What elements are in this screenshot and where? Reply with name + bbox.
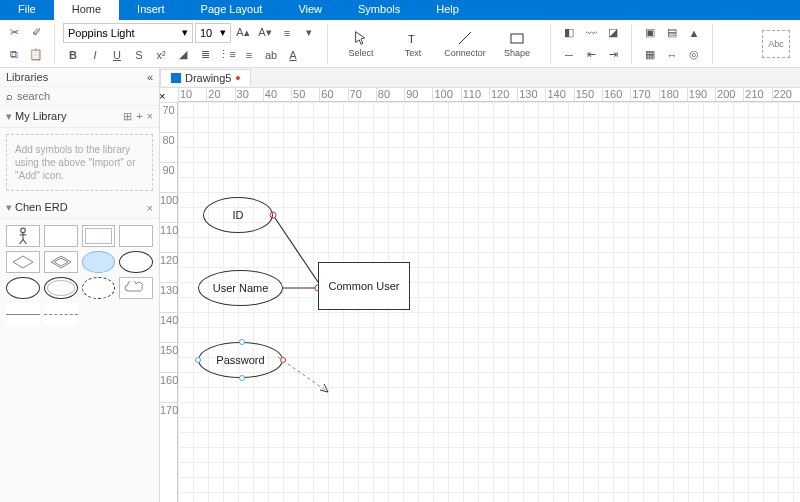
shape-key-attribute[interactable] — [6, 277, 40, 299]
font-size-select[interactable]: 10▾ — [195, 23, 231, 43]
shape-attribute[interactable] — [119, 251, 153, 273]
shape-entity[interactable] — [44, 225, 78, 247]
shape-line[interactable] — [6, 303, 40, 325]
style-preview[interactable]: Abc — [762, 30, 790, 58]
resize-handle[interactable] — [239, 339, 245, 345]
close-section-icon[interactable]: × — [147, 110, 153, 123]
line-spacing-icon[interactable]: ≡ — [239, 45, 259, 65]
library-search[interactable]: ⌕ × — [0, 87, 159, 106]
cut-icon[interactable]: ✂ — [4, 23, 24, 43]
import-icon[interactable]: ⊞ — [123, 110, 132, 123]
search-icon: ⌕ — [6, 90, 13, 102]
shape-multi-attribute[interactable] — [44, 277, 78, 299]
numbering-icon[interactable]: ⋮≡ — [217, 45, 237, 65]
node-username-label: User Name — [213, 282, 269, 294]
chen-title[interactable]: ▾ Chen ERD — [6, 201, 68, 214]
bold-icon[interactable]: B — [63, 45, 83, 65]
shape-actor[interactable] — [6, 225, 40, 247]
arrow-end-icon[interactable]: ⇥ — [603, 45, 623, 65]
ruler-vertical: 708090100110120130140150160170 — [160, 102, 178, 502]
collapse-sidebar-icon[interactable]: « — [147, 71, 153, 83]
menu-symbols[interactable]: Symbols — [340, 0, 418, 20]
menu-help[interactable]: Help — [418, 0, 477, 20]
align-dropdown-icon[interactable]: ▾ — [299, 23, 319, 43]
resize-handle[interactable] — [239, 375, 245, 381]
paste-icon[interactable]: 📋 — [26, 45, 46, 65]
mylib-title[interactable]: ▾ My Library — [6, 110, 66, 123]
tab-drawing5[interactable]: Drawing5 • — [160, 69, 251, 86]
menu-bar: File Home Insert Page Layout View Symbol… — [0, 0, 800, 20]
add-icon[interactable]: + — [136, 110, 142, 123]
svg-text:T: T — [408, 33, 415, 45]
text-tool[interactable]: T Text — [388, 27, 438, 60]
rotate-icon[interactable]: ▲ — [684, 23, 704, 43]
libraries-title: Libraries — [6, 71, 48, 83]
resize-handle[interactable] — [195, 357, 201, 363]
menu-page-layout[interactable]: Page Layout — [183, 0, 281, 20]
shape-derived-attribute[interactable] — [82, 277, 116, 299]
node-id[interactable]: ID — [203, 197, 273, 233]
highlight-icon[interactable]: ◢ — [173, 45, 193, 65]
distribute-icon[interactable]: ▦ — [640, 45, 660, 65]
chevron-down-icon: ▾ — [220, 26, 226, 39]
canvas[interactable]: ID User Name Password Common User — [178, 102, 800, 502]
align-left-icon[interactable]: ≡ — [277, 23, 297, 43]
canvas-area: Drawing5 • 10203040506070809010011012013… — [160, 68, 800, 502]
format-painter-icon[interactable]: ✐ — [26, 23, 46, 43]
shape-weak-relationship[interactable] — [44, 251, 78, 273]
dirty-indicator: • — [235, 74, 240, 82]
node-common-user[interactable]: Common User — [318, 262, 410, 310]
tab-label: Drawing5 — [185, 72, 231, 84]
svg-rect-2 — [511, 34, 523, 43]
svg-line-15 — [278, 357, 328, 392]
connector-tool[interactable]: Connector — [440, 27, 490, 60]
bullets-icon[interactable]: ≣ — [195, 45, 215, 65]
line-style-icon[interactable]: 〰 — [581, 23, 601, 43]
line-pick-icon[interactable]: ─ — [559, 45, 579, 65]
ruler-horizontal: 1020304050607080901001101201301401501601… — [178, 88, 800, 102]
size-icon[interactable]: ↔ — [662, 45, 682, 65]
shadow-icon[interactable]: ◪ — [603, 23, 623, 43]
group-icon[interactable]: ▣ — [640, 23, 660, 43]
strike-icon[interactable]: S — [129, 45, 149, 65]
text-direction-icon[interactable]: ab — [261, 45, 281, 65]
shape-weak-entity[interactable] — [82, 225, 116, 247]
increase-font-icon[interactable]: A▴ — [233, 23, 253, 43]
shape-attribute-sel[interactable] — [82, 251, 116, 273]
svg-point-3 — [21, 228, 26, 233]
menu-file[interactable]: File — [0, 0, 54, 20]
chen-shape-palette — [0, 219, 159, 331]
copy-icon[interactable]: ⧉ — [4, 45, 24, 65]
fill-icon[interactable]: ◧ — [559, 23, 579, 43]
shape-dashed-line[interactable] — [44, 303, 78, 325]
center-icon[interactable]: ◎ — [684, 45, 704, 65]
menu-view[interactable]: View — [280, 0, 340, 20]
shape-relationship[interactable] — [6, 251, 40, 273]
menu-insert[interactable]: Insert — [119, 0, 183, 20]
font-family-select[interactable]: Poppins Light▾ — [63, 23, 193, 43]
underline-icon[interactable]: U — [107, 45, 127, 65]
shape-entity2[interactable] — [119, 225, 153, 247]
connector-handle[interactable] — [280, 357, 286, 363]
node-common-label: Common User — [329, 280, 400, 292]
align-objects-icon[interactable]: ▤ — [662, 23, 682, 43]
connector-label: Connector — [444, 48, 486, 58]
doc-icon — [171, 73, 181, 83]
search-input[interactable] — [17, 90, 155, 102]
svg-marker-8 — [13, 256, 33, 268]
select-tool[interactable]: Select — [336, 27, 386, 60]
shape-tool[interactable]: Shape — [492, 27, 542, 60]
decrease-font-icon[interactable]: A▾ — [255, 23, 275, 43]
text-label: Text — [405, 48, 422, 58]
node-password[interactable]: Password — [198, 342, 283, 378]
shape-label: Shape — [504, 48, 530, 58]
font-size-value: 10 — [200, 27, 212, 39]
close-section-icon[interactable]: × — [147, 202, 153, 214]
font-color-icon[interactable]: A — [283, 45, 303, 65]
node-username[interactable]: User Name — [198, 270, 283, 306]
menu-home[interactable]: Home — [54, 0, 119, 20]
superscript-icon[interactable]: x² — [151, 45, 171, 65]
shape-cloud[interactable] — [119, 277, 153, 299]
italic-icon[interactable]: I — [85, 45, 105, 65]
arrow-begin-icon[interactable]: ⇤ — [581, 45, 601, 65]
